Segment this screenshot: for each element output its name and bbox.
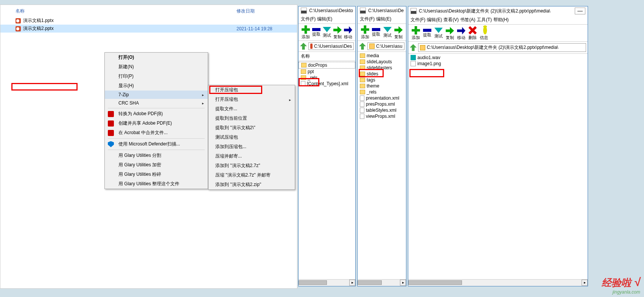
sub-add-7z[interactable]: 添加到 "演示文稿2.7z" (208, 161, 295, 170)
btn-copy[interactable]: 复制 (333, 25, 342, 40)
list-item[interactable]: _rels (358, 89, 406, 95)
menu-glary-tidy[interactable]: 用 Glary Utilities 整理这个文件 (105, 179, 208, 189)
scroll-right-icon[interactable]: ▸ (400, 280, 406, 286)
menu-file[interactable]: 文件(F) (411, 17, 425, 23)
menu-open[interactable]: 打开(O) (105, 53, 208, 62)
horizontal-scrollbar[interactable]: ▸ (299, 279, 355, 286)
up-icon[interactable] (300, 43, 307, 50)
menu-view[interactable]: 查看(V) (443, 17, 459, 23)
shield-icon (108, 141, 114, 147)
sub-extract-to[interactable]: 提取到 "演示文稿2\" (208, 123, 295, 133)
menu-new[interactable]: 新建(N) (105, 62, 208, 72)
list-item[interactable]: slideLayouts (358, 59, 406, 65)
menu-separator (108, 108, 205, 108)
btn-move[interactable]: 移动 (343, 25, 353, 40)
menu-glary-split[interactable]: 用 Glary Utilities 分割 (105, 151, 208, 160)
horizontal-scrollbar[interactable]: ▸ (358, 279, 406, 286)
sub-extract-here[interactable]: 提取到当前位置 (208, 114, 295, 123)
sub-compress-mail[interactable]: 压缩并邮寄... (208, 152, 295, 161)
list-item[interactable]: slideMasters (358, 65, 406, 71)
scroll-thumb[interactable] (358, 280, 382, 285)
sub-compress-7z-mail[interactable]: 压缩 "演示文稿2.7z" 并邮寄 (208, 170, 295, 180)
xml-icon (360, 108, 364, 113)
btn-test[interactable]: 测试 (322, 25, 332, 40)
scroll-right-icon[interactable]: ▸ (582, 280, 588, 286)
menu-acrobat-merge[interactable]: 在 Acrobat 中合并文件... (105, 128, 208, 138)
col-date[interactable]: 修改日期 (236, 8, 282, 14)
sub-open-archive[interactable]: 打开压缩包 (208, 85, 295, 95)
list-item[interactable]: ppt (299, 69, 355, 75)
menu-glary-shred[interactable]: 用 Glary Utilities 粉碎 (105, 170, 208, 179)
btn-test[interactable]: 测试 (382, 25, 393, 40)
menu-defender[interactable]: 使用 Microsoft Defender扫描... (105, 139, 208, 149)
list-item[interactable]: viewProps.xml (358, 113, 406, 119)
toolbar: 添加 提取 测试 复制 移动 删除 信息 (408, 25, 588, 42)
file-row[interactable]: 演示文稿1.pptx (0, 17, 297, 25)
address-input[interactable]: C:\Users\asus\Des (308, 42, 354, 50)
scroll-right-icon[interactable]: ▸ (349, 280, 355, 286)
list-item[interactable]: tableStyles.xml (358, 107, 406, 113)
menu-print[interactable]: 打印(P) (105, 72, 208, 81)
btn-add[interactable]: 添加 (360, 25, 370, 40)
sub-test[interactable]: 测试压缩包 (208, 133, 295, 142)
file-row-selected[interactable]: 演示文稿2.pptx 2021-11-14 19:28 (0, 25, 297, 33)
menu-share-pdf[interactable]: 创建并共享 Adobe PDF(E) (105, 119, 208, 128)
sub-open-archive-more[interactable]: 打开压缩包▸ (208, 95, 295, 104)
btn-delete[interactable]: 删除 (467, 26, 478, 41)
menu-edit[interactable]: 编辑(E) (317, 16, 332, 22)
list-header[interactable]: 名称 (299, 52, 355, 61)
scroll-thumb[interactable] (299, 280, 327, 285)
menu-bookmark[interactable]: 书签(A) (460, 17, 475, 23)
list-item[interactable]: theme (358, 83, 406, 89)
menu-tool[interactable]: 工具(T) (477, 17, 492, 23)
btn-copy[interactable]: 复制 (445, 26, 455, 41)
btn-extract[interactable]: 提取 (422, 26, 432, 41)
sub-add-zip[interactable]: 添加到 "演示文稿2.zip" (208, 180, 295, 189)
list-item[interactable]: tags (358, 77, 406, 83)
title-bar[interactable]: C:\Users\asus\Desktop (299, 6, 355, 15)
up-icon[interactable] (359, 43, 366, 50)
list-item[interactable]: audio1.wav (408, 55, 588, 61)
address-input[interactable]: C:\Users\asus\Desktop\新建文件夹 (2)\演示文稿2.pp… (418, 43, 586, 52)
btn-extract[interactable]: 提取 (371, 25, 382, 40)
menu-help[interactable]: 帮助(H) (493, 17, 509, 23)
menu-edit[interactable]: 编辑(E) (376, 16, 391, 22)
list-item[interactable]: docProps (299, 62, 355, 69)
menu-convert-pdf[interactable]: 转换为 Adobe PDF(B) (105, 109, 208, 119)
menu-show[interactable]: 显示(H) (105, 81, 208, 91)
menu-7zip[interactable]: 7-Zip▸ (105, 91, 208, 99)
list-item[interactable]: presentation.xml (358, 95, 406, 101)
up-icon[interactable] (410, 44, 417, 51)
context-menu: 打开(O) 新建(N) 打印(P) 显示(H) 7-Zip▸ CRC SHA▸ … (104, 52, 208, 189)
menu-edit[interactable]: 编辑(E) (427, 17, 442, 23)
btn-test[interactable]: 测试 (433, 26, 444, 41)
menu-glary-encrypt[interactable]: 用 Glary Utilities 加密 (105, 160, 208, 170)
title-bar[interactable]: C:\Users\asus\Desktop\新建文件夹 (2)\演示文稿2.pp… (408, 6, 588, 16)
horizontal-scrollbar[interactable]: ▸ (408, 279, 588, 286)
btn-move[interactable]: 移动 (456, 26, 467, 41)
sub-add-archive[interactable]: 添加到压缩包... (208, 142, 295, 152)
address-input[interactable]: C:\Users\asu (367, 42, 404, 50)
pdf-icon (108, 120, 114, 127)
list-item[interactable]: media (358, 53, 406, 59)
menu-crc-sha[interactable]: CRC SHA▸ (105, 99, 208, 107)
list-item[interactable]: _rels (299, 75, 355, 81)
pptx-icon (310, 44, 313, 49)
btn-add[interactable]: 添加 (411, 26, 421, 41)
title-bar[interactable]: C:\Users\asus\Des (358, 6, 406, 15)
menu-bar: 文件(F)编辑(E) (358, 15, 406, 24)
list-item[interactable]: presProps.xml (358, 101, 406, 107)
btn-info[interactable]: 信息 (479, 26, 489, 41)
btn-add[interactable]: 添加 (301, 25, 311, 40)
list-item[interactable]: slides (358, 71, 406, 77)
col-name[interactable]: 名称 (16, 8, 236, 14)
minimize-button[interactable]: — (575, 8, 585, 14)
menu-file[interactable]: 文件(F) (360, 16, 375, 22)
scroll-thumb[interactable] (408, 280, 462, 285)
btn-extract[interactable]: 提取 (311, 25, 321, 40)
list-item[interactable]: image1.png (408, 61, 588, 67)
menu-file[interactable]: 文件(F) (301, 16, 316, 22)
sub-extract-files[interactable]: 提取文件... (208, 104, 295, 114)
btn-copy[interactable]: 复制 (394, 25, 404, 40)
list-item[interactable]: [Content_Types].xml (299, 81, 355, 87)
